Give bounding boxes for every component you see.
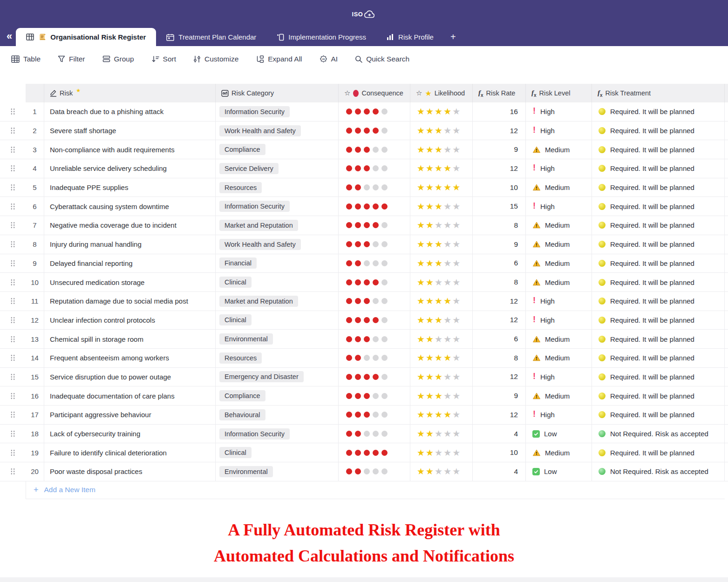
cell-consequence[interactable] [339,159,410,178]
drag-handle-icon[interactable] [10,373,15,380]
consequence-dot[interactable] [364,298,370,304]
consequence-dot[interactable] [346,298,352,304]
consequence-dot[interactable] [346,412,352,418]
likelihood-star[interactable]: ★ [443,221,452,230]
cell-likelihood[interactable]: ★★★★★ [410,273,473,291]
likelihood-star[interactable]: ★ [426,183,435,192]
consequence-dot[interactable] [355,468,361,474]
likelihood-star[interactable]: ★ [417,278,426,287]
likelihood-star[interactable]: ★ [443,202,452,211]
consequence-dot[interactable] [364,317,370,323]
consequence-dot[interactable] [373,241,379,247]
cell-risk-category[interactable]: Resources [216,349,339,367]
likelihood-star[interactable]: ★ [426,392,435,400]
consequence-dot[interactable] [355,128,361,134]
cell-likelihood[interactable]: ★★★★★ [410,349,473,367]
cell-likelihood[interactable]: ★★★★★ [410,102,473,121]
cell-risk[interactable]: Failure to identify clinical deteriorati… [44,443,216,462]
likelihood-star[interactable]: ★ [443,448,452,457]
cell-likelihood[interactable]: ★★★★★ [410,197,473,216]
toolbar-customize[interactable]: Customize [193,55,238,63]
consequence-dot[interactable] [381,317,388,323]
consequence-dot[interactable] [346,450,352,456]
consequence-dot[interactable] [373,298,379,304]
consequence-dot[interactable] [381,393,388,399]
drag-handle-icon[interactable] [10,468,15,475]
cell-risk[interactable]: Poor waste disposal practices [44,462,216,481]
consequence-dot[interactable] [355,184,361,190]
cell-risk[interactable]: Negative media coverage due to incident [44,216,216,235]
column-header-risk-category[interactable]: Risk Category [216,84,339,102]
column-header-likelihood[interactable]: ☆★Likelihood [410,84,473,102]
likelihood-star[interactable]: ★ [417,297,426,305]
likelihood-star[interactable]: ★ [443,372,452,381]
likelihood-star[interactable]: ★ [417,410,426,419]
likelihood-star[interactable]: ★ [435,183,443,192]
cell-risk-category[interactable]: Service Delivery [216,159,339,178]
likelihood-star[interactable]: ★ [426,107,435,116]
consequence-dot[interactable] [346,184,352,190]
cell-risk[interactable]: Reputation damage due to social media po… [44,292,216,311]
likelihood-star[interactable]: ★ [426,240,435,249]
cell-risk-category[interactable]: Behavioural [216,406,339,424]
column-header-risk-rate[interactable]: fxRisk Rate [473,84,526,102]
likelihood-star[interactable]: ★ [426,448,435,457]
drag-handle-icon[interactable] [10,354,15,361]
likelihood-star[interactable]: ★ [435,448,443,457]
likelihood-star[interactable]: ★ [435,410,443,419]
consequence-dot[interactable] [381,128,388,134]
likelihood-star[interactable]: ★ [426,316,435,325]
consequence-dot[interactable] [373,147,379,153]
likelihood-star[interactable]: ★ [417,392,426,400]
cell-risk-category[interactable]: Work Health and Safety [216,122,339,140]
cell-risk-category[interactable]: Compliance [216,140,339,159]
consequence-dot[interactable] [373,184,379,190]
likelihood-star[interactable]: ★ [452,221,461,230]
likelihood-star[interactable]: ★ [426,372,435,381]
likelihood-star[interactable]: ★ [435,145,443,154]
consequence-dot[interactable] [373,222,379,228]
consequence-dot[interactable] [381,374,388,380]
likelihood-star[interactable]: ★ [435,467,443,476]
likelihood-star[interactable]: ★ [443,164,452,173]
likelihood-star[interactable]: ★ [435,372,443,381]
likelihood-star[interactable]: ★ [452,107,461,116]
consequence-dot[interactable] [381,184,388,190]
consequence-dot[interactable] [346,260,352,266]
cell-risk-category[interactable]: Compliance [216,386,339,405]
consequence-dot[interactable] [364,108,370,115]
likelihood-star[interactable]: ★ [443,410,452,419]
add-view-tab[interactable]: + [444,28,463,46]
consequence-dot[interactable] [364,147,370,153]
drag-handle-icon[interactable] [10,203,15,210]
consequence-dot[interactable] [364,279,370,285]
consequence-dot[interactable] [364,355,370,361]
likelihood-star[interactable]: ★ [443,316,452,325]
cell-likelihood[interactable]: ★★★★★ [410,254,473,273]
cell-risk[interactable]: Service disruption due to power outage [44,368,216,386]
consequence-dot[interactable] [355,222,361,228]
cell-risk[interactable]: Chemical spill in storage room [44,330,216,348]
likelihood-star[interactable]: ★ [417,221,426,230]
likelihood-star[interactable]: ★ [435,297,443,305]
toolbar-expand-all[interactable]: Expand All [256,55,302,63]
consequence-dot[interactable] [381,108,388,115]
drag-handle-icon[interactable] [10,298,15,305]
cell-consequence[interactable] [339,197,410,216]
cell-risk[interactable]: Participant aggressive behaviour [44,406,216,424]
consequence-dot[interactable] [346,222,352,228]
likelihood-star[interactable]: ★ [452,372,461,381]
drag-handle-icon[interactable] [10,279,15,286]
likelihood-star[interactable]: ★ [452,202,461,211]
collapse-sidebar-icon[interactable]: « [7,31,12,41]
toolbar-filter[interactable]: Filter [58,55,85,63]
cell-risk[interactable]: Severe staff shortage [44,122,216,140]
toolbar-ai[interactable]: AIAI [320,55,338,63]
consequence-dot[interactable] [381,260,388,266]
likelihood-star[interactable]: ★ [417,467,426,476]
likelihood-star[interactable]: ★ [426,259,435,268]
likelihood-star[interactable]: ★ [417,259,426,268]
likelihood-star[interactable]: ★ [435,164,443,173]
consequence-dot[interactable] [364,431,370,437]
consequence-dot[interactable] [364,184,370,190]
